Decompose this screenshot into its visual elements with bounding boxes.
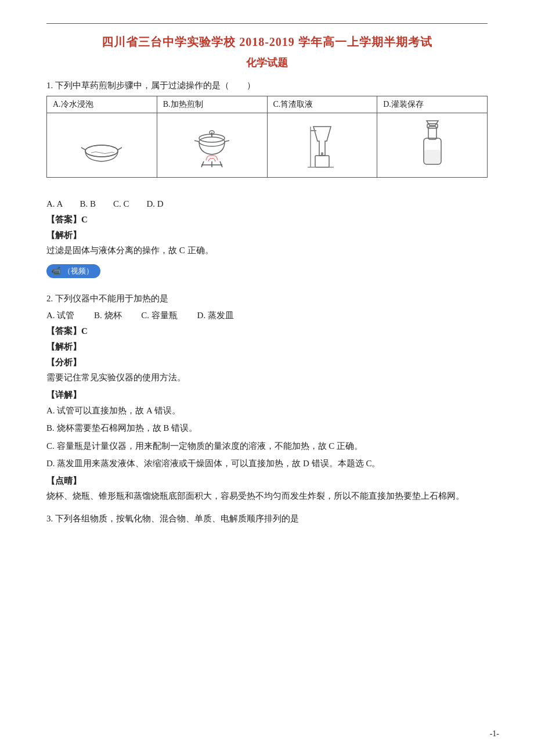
q1-image-row: [47, 113, 488, 178]
q2-answer-block: 【答案】C: [46, 326, 488, 337]
q2-detail-c: C. 容量瓶是计量仪器，用来配制一定物质的量浓度的溶液，不能加热，故 C 正确。: [46, 438, 488, 453]
main-title: 四川省三台中学实验学校 2018-2019 学年高一上学期半期考试: [46, 34, 488, 50]
q2-dianjing-block: 【点晴】 烧杯、烧瓶、锥形瓶和蒸馏烧瓶底部面积大，容易受热不均匀而发生炸裂，所以…: [46, 476, 488, 504]
svg-rect-22: [424, 150, 441, 164]
q2-detail-block: 【详解】 A. 试管可以直接加热，故 A 错误。 B. 烧杯需要垫石棉网加热，故…: [46, 390, 488, 471]
svg-line-9: [225, 141, 229, 142]
q1-image-d: [377, 113, 488, 178]
svg-rect-14: [315, 156, 329, 167]
q1-image-c: [267, 113, 377, 178]
q1-analysis-block: 【解析】 过滤是固体与液体分离的操作，故 C 正确。: [46, 230, 488, 258]
q2-answer-value: C: [81, 326, 88, 336]
q2-xianggjie-label: 【详解】: [46, 390, 488, 401]
q1-choices: A. A B. B C. C D. D: [46, 199, 488, 210]
svg-point-1: [85, 145, 118, 157]
q2-fenxi-label: 【分析】: [46, 357, 488, 368]
sub-title: 化学试题: [46, 56, 488, 70]
q1-answer-value: C: [81, 215, 88, 224]
svg-line-3: [118, 147, 122, 150]
q1-label-row: A.冷水浸泡 B.加热煎制 C.筲渣取液 D.灌装保存: [47, 96, 488, 113]
q2-fenxi-block: 【分析】 需要记住常见实验仪器的使用方法。: [46, 357, 488, 386]
q1-option-a-label: A.冷水浸泡: [47, 96, 157, 113]
q1-option-d-label: D.灌装保存: [377, 96, 488, 113]
q2-detail-d: D. 蒸发皿用来蒸发液体、浓缩溶液或干燥固体，可以直接加热，故 D 错误。本题选…: [46, 456, 488, 471]
q2-choices: A. 试管 B. 烧杯 C. 容量瓶 D. 蒸发皿: [46, 310, 488, 321]
video-label: （视频）: [63, 266, 93, 276]
bottle-icon: [412, 118, 453, 170]
q2-dianjing-label: 【点晴】: [46, 476, 488, 487]
q2-analysis-label: 【解析】: [46, 341, 488, 352]
q2-number: 2.: [46, 294, 55, 303]
svg-line-2: [81, 147, 85, 150]
q1-option-b-label: B.加热煎制: [157, 96, 267, 113]
q1-number: 1.: [46, 81, 53, 90]
q1-option-c-label: C.筲渣取液: [267, 96, 377, 113]
question-2-text: 2. 下列仪器中不能用于加热的是: [46, 293, 488, 304]
q2-fenxi-text: 需要记住常见实验仪器的使用方法。: [46, 370, 488, 386]
page-number: -1-: [490, 729, 499, 739]
q1-answer-block: 【答案】C: [46, 214, 488, 225]
svg-point-4: [199, 137, 225, 146]
svg-line-10: [201, 161, 204, 167]
question-1-text: 1. 下列中草药煎制步骤中，属于过滤操作的是（ ）: [46, 80, 488, 91]
question-3-text: 3. 下列各组物质，按氧化物、混合物、单质、电解质顺序排列的是: [46, 513, 488, 524]
top-divider: [46, 23, 488, 24]
svg-line-12: [220, 161, 222, 167]
q1-image-b: [157, 113, 267, 178]
q1-options-table: A.冷水浸泡 B.加热煎制 C.筲渣取液 D.灌装保存: [46, 96, 488, 178]
svg-point-18: [321, 152, 323, 156]
q1-answer-label: 【答案】: [46, 215, 81, 224]
q1-image-a: [47, 113, 157, 178]
bowl-icon: [78, 121, 125, 167]
q2-analysis-block: 【解析】: [46, 341, 488, 352]
heating-icon: [189, 120, 235, 169]
q2-dianjing-text: 烧杯、烧瓶、锥形瓶和蒸馏烧瓶底部面积大，容易受热不均匀而发生炸裂，所以不能直接加…: [46, 489, 488, 504]
q2-detail-b: B. 烧杯需要垫石棉网加热，故 B 错误。: [46, 420, 488, 435]
svg-line-8: [194, 141, 199, 142]
q1-analysis-text: 过滤是固体与液体分离的操作，故 C 正确。: [46, 243, 488, 258]
q1-analysis-label: 【解析】: [46, 230, 488, 241]
video-camera-icon: 📹: [51, 266, 61, 276]
q2-answer-label: 【答案】: [46, 326, 81, 336]
q2-detail-a: A. 试管可以直接加热，故 A 错误。: [46, 403, 488, 418]
video-button[interactable]: 📹 （视频）: [46, 264, 100, 278]
q3-number: 3.: [46, 514, 55, 523]
filter-icon: [299, 118, 345, 170]
